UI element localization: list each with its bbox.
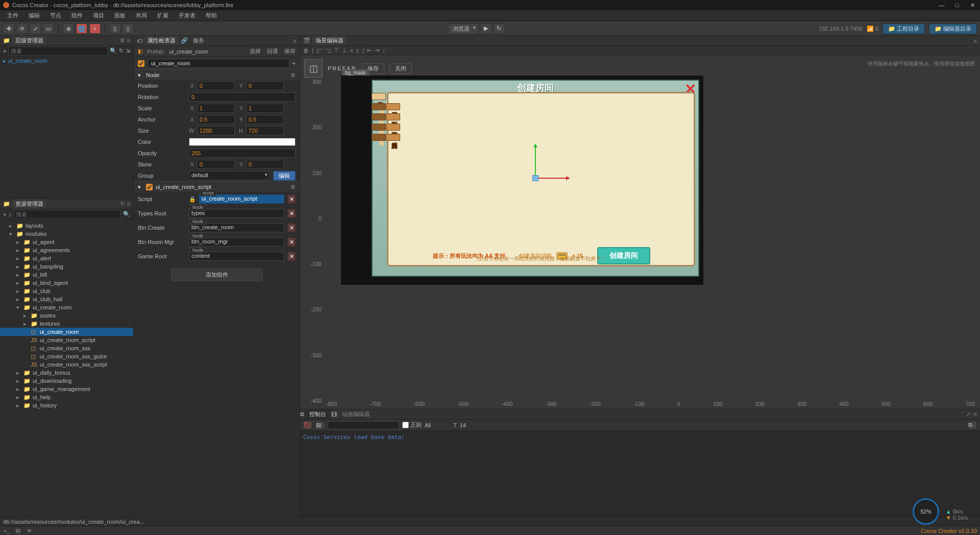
refresh-icon[interactable]: ↻	[119, 47, 124, 54]
console-filter-input[interactable]	[328, 421, 399, 429]
script-enabled-checkbox[interactable]	[146, 184, 153, 190]
menu-file[interactable]: 文件	[3, 11, 22, 20]
menu-edit[interactable]: 编辑	[24, 11, 44, 20]
align-icon[interactable]: ⊤	[334, 47, 339, 54]
asset-tree-item[interactable]: ▸📁ui_club	[0, 287, 133, 295]
asset-tree-item[interactable]: ◫ui_create_room_sss	[0, 344, 133, 352]
console-tab[interactable]: 控制台	[304, 409, 331, 419]
move-tool-button[interactable]: ✥	[3, 23, 14, 34]
asset-tree-item[interactable]: ▸📁ui_help	[0, 393, 133, 401]
node-name-input[interactable]	[148, 59, 289, 68]
asset-tree-item[interactable]: ▸📁ui_history	[0, 401, 133, 409]
menu-icon[interactable]: ≡	[974, 411, 977, 418]
pos-y-input[interactable]	[246, 81, 284, 90]
asset-tree-item[interactable]: ◫ui_create_room_sss_guize	[0, 352, 133, 360]
clear-ref-button[interactable]: ✕	[287, 209, 296, 218]
clear-ref-button[interactable]: ✕	[287, 194, 296, 204]
play-button[interactable]: ▶	[480, 23, 492, 34]
distribute-icon[interactable]: ↕	[382, 47, 385, 54]
skew-x-input[interactable]	[197, 160, 235, 169]
asset-tree-item[interactable]: ▸📁ui_daily_bonus	[0, 369, 133, 377]
asset-tree-item[interactable]: ▸📁ui_bill	[0, 271, 133, 279]
trash-icon[interactable]: 🗑	[303, 47, 309, 54]
opacity-input[interactable]	[189, 149, 296, 158]
terminal-icon[interactable]: >_	[3, 528, 10, 534]
create-asset-button[interactable]: +	[3, 211, 6, 217]
chevron-down-icon[interactable]: ▾	[138, 184, 143, 190]
anchor-x-input[interactable]	[197, 115, 235, 124]
align-left-button[interactable]: ▯	[109, 23, 120, 34]
size-h-input[interactable]	[246, 126, 284, 135]
menu-layout[interactable]: 布局	[132, 11, 151, 20]
menu-icon[interactable]: ≡	[127, 37, 130, 44]
clear-ref-button[interactable]: ✕	[287, 223, 296, 232]
distribute-icon[interactable]: ⇤	[367, 47, 372, 54]
size-w-input[interactable]	[197, 126, 235, 135]
anchor-y-input[interactable]	[246, 115, 284, 124]
editor-dir-button[interactable]: 📁 编辑器目录	[929, 23, 977, 34]
scale-x-input[interactable]	[197, 104, 235, 113]
align-icon[interactable]: ⫿	[356, 47, 359, 54]
reload-button[interactable]: ↻	[494, 23, 505, 34]
group-select[interactable]: default	[189, 171, 270, 180]
inspector-tab[interactable]: 属性检查器	[144, 36, 179, 45]
asset-tree-item[interactable]: ▸📁ui_alert	[0, 254, 133, 262]
popout-icon[interactable]: ⧉	[968, 421, 977, 429]
menu-project[interactable]: 项目	[89, 11, 108, 20]
pos-x-input[interactable]	[197, 81, 235, 90]
scene-editor-tab[interactable]: 场景编辑器	[312, 36, 347, 45]
menu-icon[interactable]: ≡	[127, 201, 130, 207]
project-dir-button[interactable]: 📁 工程目录	[883, 23, 925, 34]
scale-tool-button[interactable]: ⤢	[30, 23, 41, 34]
plus-button[interactable]: +	[89, 23, 101, 34]
game-type-tab[interactable]: 百变双扣	[386, 113, 400, 120]
log-level-select[interactable]: All	[425, 422, 450, 428]
menu-extension[interactable]: 扩展	[153, 11, 173, 20]
game-type-tab[interactable]: 温州麻将	[386, 134, 400, 141]
asset-tree-item[interactable]: ▸📁ui_agent	[0, 238, 133, 246]
refresh-icon[interactable]: ↻	[120, 201, 125, 207]
asset-tree-item[interactable]: ▸📁textures	[0, 320, 133, 328]
scale-y-input[interactable]	[246, 104, 284, 113]
menu-node[interactable]: 节点	[46, 11, 65, 20]
clear-ref-button[interactable]: ✕	[287, 237, 296, 247]
font-size-select[interactable]: 14	[460, 422, 480, 428]
asset-tree-item[interactable]: ▸📁ui_bangding	[0, 262, 133, 271]
local-world-button[interactable]: 🌐	[76, 23, 87, 34]
collapse-icon[interactable]: ⇲	[126, 47, 130, 54]
sort-button[interactable]: ↕	[8, 211, 11, 217]
filter-button[interactable]: ▤	[315, 421, 325, 429]
hierarchy-tab[interactable]: 层级管理器	[12, 36, 46, 45]
asset-tree-item[interactable]: ▾📁ui_create_room	[0, 303, 133, 311]
menu-icon[interactable]: ≡	[974, 38, 977, 44]
align-icon[interactable]: ⫎	[325, 47, 331, 54]
menu-developer[interactable]: 开发者	[175, 11, 200, 20]
asset-tree-item[interactable]: ▸📁ui_game_management	[0, 385, 133, 393]
asset-tree-item[interactable]: ▸📁ui_agreements	[0, 246, 133, 254]
menu-help[interactable]: 帮助	[202, 11, 221, 20]
revert-link[interactable]: 回退	[267, 47, 278, 55]
asset-tree-item[interactable]: ▸📁ui_club_hall	[0, 295, 133, 303]
align-icon[interactable]: ≡	[350, 47, 353, 54]
distribute-icon[interactable]: ⇥	[375, 47, 379, 54]
menu-component[interactable]: 组件	[67, 11, 87, 20]
game-type-tab[interactable]: 大菠萝	[372, 93, 386, 100]
close-button[interactable]: ✕	[965, 0, 980, 10]
anchor-tool-button[interactable]: ⊕	[63, 23, 74, 34]
add-component-icon[interactable]: +	[292, 60, 296, 66]
asset-tree-item[interactable]: ◫ui_create_room	[0, 328, 133, 336]
chevron-down-icon[interactable]: ▾	[138, 72, 143, 79]
hierarchy-search-input[interactable]	[8, 46, 108, 56]
hierarchy-root-node[interactable]: ▸ ui_create_room	[0, 56, 133, 65]
asset-tree-item[interactable]: ▾📁modules	[0, 230, 133, 238]
asset-tree-item[interactable]: ▸📁layouts	[0, 222, 133, 230]
clear-console-button[interactable]: 🚫	[303, 421, 312, 429]
regex-checkbox[interactable]	[402, 422, 409, 428]
rotation-input[interactable]	[189, 92, 296, 102]
gear-icon[interactable]: ⚙	[290, 72, 296, 79]
gear-icon[interactable]: ⚙	[120, 37, 125, 44]
search-icon[interactable]: 🔍	[110, 47, 117, 54]
gear-icon[interactable]: ⚙	[290, 184, 296, 190]
services-tab[interactable]: 服务	[190, 36, 207, 45]
align-right-button[interactable]: ▯	[122, 23, 134, 34]
